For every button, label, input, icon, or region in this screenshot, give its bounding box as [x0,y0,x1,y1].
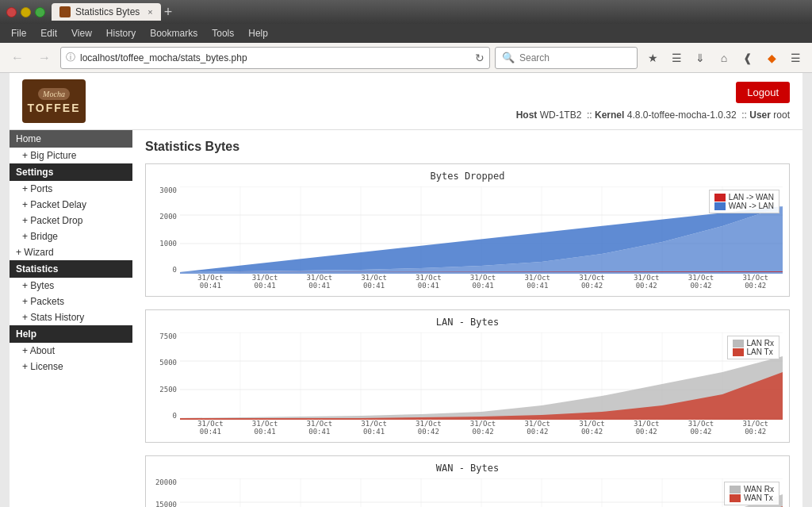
sidebar-item-packets[interactable]: + Packets [10,294,132,309]
x1-tick-7: 31/Oct00:42 [565,274,619,290]
search-input[interactable] [519,52,615,63]
tab-favicon [59,6,71,17]
menu-history[interactable]: History [100,26,142,40]
download-icon[interactable]: ⇓ [690,48,710,68]
search-icon: 🔍 [502,52,515,63]
content-area: Statistics Bytes Bytes Dropped 3000 2000… [132,130,802,507]
host-value: WD-1TB2 [540,109,582,121]
new-tab-button[interactable]: + [164,4,173,21]
chart2-xaxis: 31/Oct00:41 31/Oct00:41 31/Oct00:41 31/O… [183,420,783,436]
sidebar-statistics-header[interactable]: Statistics [10,260,132,278]
y3-label1: 15000 [155,501,177,508]
forward-button[interactable]: → [33,47,56,69]
x1-tick-4: 31/Oct00:41 [401,274,456,290]
url-input[interactable] [80,52,470,63]
sidebar-item-stats-history[interactable]: + Stats History [10,309,132,325]
menu-help[interactable]: Help [242,26,274,40]
chart2-legend: LAN Rx LAN Tx [727,336,779,359]
reload-icon[interactable]: ↻ [475,52,485,64]
logout-button[interactable]: Logout [736,82,790,103]
search-bar[interactable]: 🔍 [495,47,638,69]
x1-tick-5: 31/Oct00:41 [456,274,511,290]
page-wrapper: Mocha TOFFEE Logout Host WD-1TB2 :: Kern… [0,73,812,507]
chart1-yaxis: 3000 2000 1000 0 [152,186,180,274]
active-tab[interactable]: Statistics Bytes × [52,3,161,21]
legend-label-wan-rx: WAN Rx [744,485,774,494]
chart3-body: 20000 15000 10000 5000 0 [152,478,783,507]
x1-tick-1: 31/Oct00:41 [238,274,293,290]
sidebar-settings-header[interactable]: Settings [10,163,132,181]
chart1-legend: LAN -> WAN WAN -> LAN [709,190,779,213]
x1-tick-6: 31/Oct00:41 [510,274,565,290]
chart2-body: 7500 5000 2500 0 [152,332,783,420]
back-button[interactable]: ← [6,47,29,69]
chart2-title: LAN - Bytes [152,317,783,328]
chart-lan-bytes: LAN - Bytes 7500 5000 2500 0 [145,309,790,443]
menu-bar: File Edit View History Bookmarks Tools H… [0,24,812,43]
host-label: Host [516,109,538,121]
x2-tick-0: 31/Oct00:41 [183,420,238,436]
sidebar-item-packet-delay[interactable]: + Packet Delay [10,197,132,213]
reader-view-icon[interactable]: ☰ [666,48,687,68]
menu-edit[interactable]: Edit [34,26,63,40]
page-title: Statistics Bytes [145,140,790,154]
user-value: root [773,109,790,121]
y1-label0: 3000 [159,186,177,194]
page-content: Mocha TOFFEE Logout Host WD-1TB2 :: Kern… [10,73,802,507]
y1-label2: 1000 [159,240,177,248]
legend-item-lan-wan: LAN -> WAN [714,193,774,202]
x1-tick-8: 31/Oct00:42 [619,274,674,290]
bookmark-star-icon[interactable]: ★ [642,48,663,68]
maximize-button[interactable] [35,7,45,17]
x2-tick-6: 31/Oct00:42 [510,420,565,436]
chart1-xaxis: 31/Oct00:41 31/Oct00:41 31/Oct00:41 31/O… [183,274,783,290]
chart2-yaxis: 7500 5000 2500 0 [152,332,180,420]
kernel-label: Kernel [595,109,624,121]
legend-item-wan-lan: WAN -> LAN [714,202,774,210]
tab-close-button[interactable]: × [147,7,152,17]
menu-icon[interactable]: ☰ [785,48,806,68]
menu-tools[interactable]: Tools [205,26,240,40]
lock-icon: ⓘ [66,51,75,64]
legend-item-wan-rx: WAN Rx [730,485,774,494]
y2-label0: 7500 [159,332,177,340]
sidebar-item-home[interactable]: Home [10,130,132,148]
chart-wan-bytes: WAN - Bytes 20000 15000 10000 5000 0 [145,455,790,507]
sidebar-item-about[interactable]: + About [10,343,132,359]
url-bar[interactable]: ⓘ ↻ [60,47,490,69]
sidebar-help-header[interactable]: Help [10,325,132,343]
sidebar-item-packet-drop[interactable]: + Packet Drop [10,213,132,229]
title-bar: Statistics Bytes × + [0,0,812,24]
x2-tick-7: 31/Oct00:42 [565,420,619,436]
legend-item-wan-tx: WAN Tx [730,494,774,502]
chart1-body: 3000 2000 1000 0 [152,186,783,274]
y2-label3: 0 [173,412,177,420]
sidebar-item-wizard[interactable]: + Wizard [10,244,132,260]
firefox-icon[interactable]: ◆ [761,48,782,68]
sidebar-item-ports[interactable]: + Ports [10,181,132,197]
x2-tick-4: 31/Oct00:42 [401,420,456,436]
minimize-button[interactable] [21,7,31,17]
logo-toffee-text: TOFFEE [28,102,81,114]
menu-view[interactable]: View [65,26,98,40]
chart3-legend: WAN Rx WAN Tx [724,482,779,505]
sidebar-item-bytes[interactable]: + Bytes [10,278,132,294]
x1-tick-3: 31/Oct00:41 [347,274,401,290]
x1-tick-9: 31/Oct00:42 [674,274,729,290]
legend-label-lan-tx: LAN Tx [747,348,773,356]
home-icon[interactable]: ⌂ [714,48,734,68]
pocket-icon[interactable]: ❰ [737,48,758,68]
chart2-svg [180,332,783,420]
x2-tick-9: 31/Oct00:42 [674,420,729,436]
legend-color-lan-wan [714,194,726,202]
x2-tick-10: 31/Oct00:42 [728,420,783,436]
chart3-svg [180,478,783,507]
close-button[interactable] [6,7,17,17]
user-label: User [749,109,771,121]
sidebar-item-big-picture[interactable]: + Big Picture [10,148,132,163]
menu-bookmarks[interactable]: Bookmarks [144,26,204,40]
sidebar-item-license[interactable]: + License [10,359,132,374]
sidebar-item-bridge[interactable]: + Bridge [10,229,132,244]
window-controls[interactable] [6,7,45,17]
menu-file[interactable]: File [5,26,33,40]
